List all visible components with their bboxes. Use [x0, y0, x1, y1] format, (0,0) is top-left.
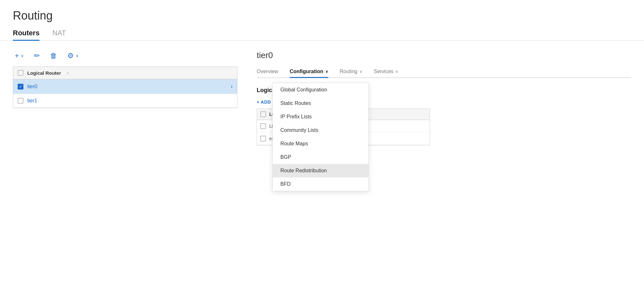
- tab-nat[interactable]: NAT: [52, 26, 66, 41]
- port-add-button[interactable]: + ADD: [257, 99, 271, 105]
- settings-button[interactable]: ⚙ ∨: [65, 50, 81, 61]
- router-column-header: Logical Router: [27, 70, 61, 76]
- tab-services[interactable]: Services ∨: [374, 66, 398, 78]
- tier1-checkbox[interactable]: [18, 98, 23, 104]
- configuration-label: Configuration: [290, 69, 323, 74]
- left-panel: + ∨ ✏ 🗑 ⚙ ∨ Logical Router: [13, 50, 237, 145]
- add-button[interactable]: + ∨: [13, 50, 26, 61]
- pencil-icon: ✏: [34, 52, 40, 60]
- port-add-label: + ADD: [257, 99, 271, 105]
- routing-dropdown: Global Configuration Static Routes IP Pr…: [272, 83, 369, 191]
- sort-icon: ↑: [67, 71, 69, 75]
- left-toolbar: + ∨ ✏ 🗑 ⚙ ∨: [13, 50, 237, 61]
- dropdown-item-ip-prefix-lists[interactable]: IP Prefix Lists: [273, 110, 368, 124]
- dropdown-item-bfd[interactable]: BFD: [273, 177, 368, 191]
- tier0-chevron-icon: ›: [231, 83, 233, 90]
- overview-label: Overview: [257, 69, 278, 74]
- dropdown-item-community-lists[interactable]: Community Lists: [273, 124, 368, 137]
- tier0-name: tier0: [27, 84, 227, 90]
- dropdown-item-route-redistribution[interactable]: Route Redistribution: [273, 164, 368, 177]
- gear-icon: ⚙: [67, 52, 74, 60]
- routing-label: Routing: [340, 69, 357, 74]
- main-tabs: Routers NAT: [0, 26, 644, 41]
- edit-button[interactable]: ✏: [32, 50, 42, 61]
- delete-button[interactable]: 🗑: [48, 50, 59, 61]
- services-caret-icon: ∨: [395, 69, 398, 74]
- tier1-name: tier1: [27, 98, 233, 104]
- plus-icon: +: [15, 52, 19, 60]
- tab-routers[interactable]: Routers: [13, 26, 39, 41]
- dropdown-item-global-config[interactable]: Global Configuration: [273, 83, 368, 97]
- dropdown-item-static-routes[interactable]: Static Routes: [273, 97, 368, 110]
- main-content: + ∨ ✏ 🗑 ⚙ ∨ Logical Router: [0, 41, 644, 145]
- router-table: Logical Router ↑ ✓ tier0 › tier1: [13, 66, 237, 108]
- port-header-checkbox[interactable]: [260, 111, 266, 117]
- detail-tabs: Overview Configuration ∨ Routing ∨ Globa…: [257, 66, 631, 78]
- port-row0-checkbox[interactable]: [260, 123, 266, 129]
- header-checkbox[interactable]: [18, 70, 23, 76]
- tab-routing[interactable]: Routing ∨ Global Configuration Static Ro…: [340, 66, 362, 78]
- port-row1-checkbox[interactable]: [260, 136, 266, 141]
- routing-caret-icon: ∨: [359, 69, 362, 74]
- dropdown-item-bgp[interactable]: BGP: [273, 150, 368, 164]
- detail-title: tier0: [257, 50, 631, 62]
- trash-icon: 🗑: [50, 52, 57, 60]
- router-table-header: Logical Router ↑: [13, 67, 237, 79]
- tab-configuration[interactable]: Configuration ∨: [290, 66, 328, 78]
- tier0-checkbox[interactable]: ✓: [18, 84, 23, 90]
- services-label: Services: [374, 69, 393, 74]
- router-row-tier0[interactable]: ✓ tier0 ›: [13, 79, 237, 94]
- add-caret-icon: ∨: [21, 54, 24, 58]
- router-row-tier1[interactable]: tier1: [13, 94, 237, 108]
- page-title: Routing: [0, 0, 644, 26]
- tab-overview[interactable]: Overview: [257, 66, 278, 78]
- dropdown-item-route-maps[interactable]: Route Maps: [273, 137, 368, 150]
- settings-caret-icon: ∨: [76, 54, 79, 58]
- configuration-caret-icon: ∨: [325, 69, 328, 74]
- right-panel: tier0 Overview Configuration ∨ Routing ∨…: [237, 50, 631, 145]
- page: Routing Routers NAT + ∨ ✏ 🗑 ⚙: [0, 0, 644, 308]
